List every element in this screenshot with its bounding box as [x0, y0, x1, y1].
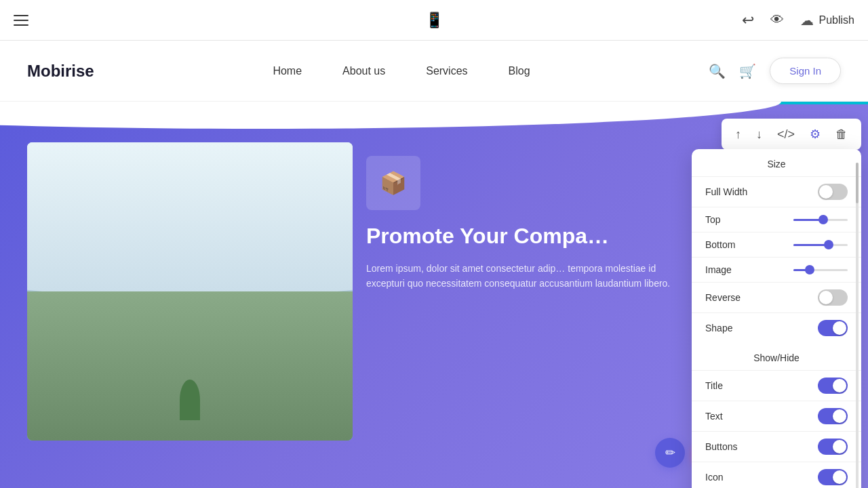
text-show-label: Text [705, 411, 723, 422]
panel-scrollbar-thumb[interactable] [856, 163, 859, 203]
toolbar-right: ↩ 👁 ☁ Publish [742, 12, 854, 29]
panel-scrollbar[interactable] [856, 163, 859, 488]
hero-text: Lorem ipsum, dolor sit amet consectetur … [366, 261, 678, 291]
delete-button[interactable]: 🗑 [829, 123, 854, 146]
hero-icon-box: 📦 [366, 156, 420, 210]
preview-button[interactable]: 👁 [770, 12, 784, 28]
code-button[interactable]: </> [770, 123, 802, 146]
edit-fab-button[interactable]: ✏ [655, 438, 685, 468]
hero-teal-border [0, 102, 868, 104]
title-show-row: Title [692, 370, 861, 401]
hero-image-inner [27, 142, 353, 441]
block-toolbar: ↑ ↓ </> ⚙ 🗑 [722, 119, 861, 150]
settings-button[interactable]: ⚙ [803, 123, 827, 146]
upload-icon: ☁ [800, 12, 814, 28]
toolbar-left [14, 15, 28, 26]
toolbar-center: 📱 [425, 12, 443, 29]
hero-image [27, 142, 353, 441]
title-toggle[interactable] [818, 378, 848, 394]
shape-row: Shape [692, 312, 861, 343]
image-slider[interactable] [793, 269, 848, 271]
buttons-knob [833, 440, 846, 453]
settings-panel: Size Full Width Top Bottom [692, 149, 861, 488]
bottom-slider-dot[interactable] [824, 240, 833, 249]
shape-knob [833, 321, 846, 335]
reverse-knob [819, 291, 833, 304]
text-toggle[interactable] [818, 408, 848, 424]
buttons-show-row: Buttons [692, 431, 861, 462]
size-section-title: Size [692, 149, 861, 176]
buttons-show-label: Buttons [705, 441, 737, 452]
top-slider-track [793, 219, 848, 221]
move-up-button[interactable]: ↑ [728, 123, 748, 146]
nav-right: 🔍 🛒 Sign In [709, 58, 841, 84]
top-slider[interactable] [793, 219, 848, 221]
phone-view-button[interactable]: 📱 [425, 12, 443, 29]
title-knob [833, 379, 846, 392]
cart-icon[interactable]: 🛒 [739, 63, 756, 79]
reverse-label: Reverse [705, 292, 741, 303]
nav-link-services[interactable]: Services [426, 65, 467, 77]
hero-content: 📦 Promote Your Compa… Lorem ipsum, dolor… [366, 156, 678, 308]
full-width-label: Full Width [705, 186, 747, 197]
bottom-slider[interactable] [793, 244, 848, 246]
top-label: Top [705, 214, 721, 225]
icon-show-row: Icon [692, 462, 861, 488]
nav-logo: Mobirise [27, 62, 94, 81]
bottom-slider-track [793, 244, 848, 246]
reverse-row: Reverse [692, 282, 861, 312]
image-row: Image [692, 257, 861, 282]
nav-link-blog[interactable]: Blog [509, 65, 530, 77]
top-row: Top [692, 207, 861, 232]
top-slider-dot[interactable] [818, 215, 828, 224]
text-show-row: Text [692, 401, 861, 431]
image-label: Image [705, 264, 732, 275]
bottom-row: Bottom [692, 232, 861, 257]
shape-toggle[interactable] [818, 320, 848, 336]
top-toolbar: 📱 ↩ 👁 ☁ Publish [0, 0, 868, 41]
shape-label: Shape [705, 323, 732, 333]
title-show-label: Title [705, 380, 723, 391]
nav-bar: Mobirise Home About us Services Blog 🔍 🛒… [0, 41, 868, 102]
full-width-toggle[interactable] [818, 184, 848, 200]
hero-section: 📦 Promote Your Compa… Lorem ipsum, dolor… [0, 102, 868, 488]
hero-icon: 📦 [380, 170, 407, 196]
undo-button[interactable]: ↩ [742, 12, 754, 29]
icon-knob [833, 470, 846, 484]
move-down-button[interactable]: ↓ [749, 123, 769, 146]
image-slider-track [793, 269, 848, 271]
atrium-ceiling [27, 142, 353, 306]
hero-title: Promote Your Compa… [366, 224, 678, 249]
publish-label: Publish [819, 14, 854, 26]
icon-toggle[interactable] [818, 469, 848, 485]
full-width-knob [819, 185, 833, 199]
atrium-plant [180, 380, 200, 420]
show-hide-title: Show/Hide [692, 343, 861, 370]
reverse-toggle[interactable] [818, 289, 848, 306]
nav-link-home[interactable]: Home [273, 65, 302, 77]
signin-button[interactable]: Sign In [770, 58, 841, 84]
icon-show-label: Icon [705, 472, 723, 483]
full-width-row: Full Width [692, 176, 861, 207]
text-knob [833, 409, 846, 423]
hamburger-icon[interactable] [14, 15, 28, 26]
nav-link-about[interactable]: About us [342, 65, 385, 77]
image-slider-dot[interactable] [805, 265, 814, 274]
publish-button[interactable]: ☁ Publish [800, 12, 854, 28]
search-icon[interactable]: 🔍 [709, 63, 726, 79]
nav-links: Home About us Services Blog [273, 65, 530, 77]
bottom-label: Bottom [705, 239, 735, 250]
buttons-toggle[interactable] [818, 439, 848, 455]
